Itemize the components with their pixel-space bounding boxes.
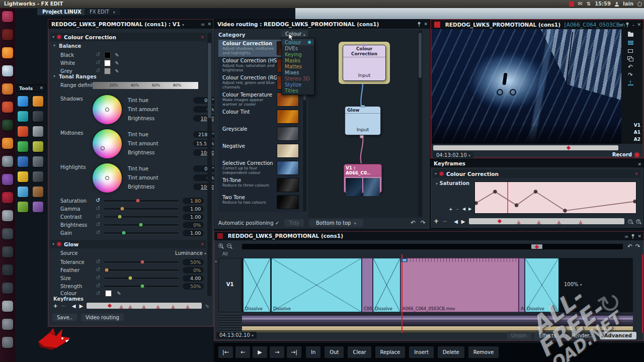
- playhead-diamond[interactable]: [108, 304, 112, 308]
- reset-icon[interactable]: ↺: [96, 267, 100, 273]
- reset-icon[interactable]: ↺: [96, 291, 100, 296]
- curve-keyframe-point[interactable]: [534, 190, 537, 194]
- highlights-colour-wheel[interactable]: [93, 163, 122, 193]
- app-icon-darkred[interactable]: [2, 29, 13, 40]
- link-icon[interactable]: ∞: [201, 20, 205, 29]
- tool-icon-9[interactable]: [18, 156, 28, 167]
- delete-button[interactable]: Delete: [437, 346, 465, 358]
- unjoin-button[interactable]: Unjoin: [507, 332, 532, 339]
- zoom-out-icon[interactable]: −: [628, 219, 632, 224]
- glow-slider-feather[interactable]: [104, 269, 179, 271]
- layers-icon[interactable]: [627, 55, 633, 62]
- reset-icon[interactable]: ↺: [96, 284, 100, 289]
- app-icon-dark[interactable]: [2, 264, 13, 276]
- clip-c001[interactable]: C001: [362, 258, 373, 312]
- video-routing-button[interactable]: Video routing: [81, 314, 124, 321]
- shadows-colour-wheel[interactable]: [93, 95, 122, 124]
- transport-step-back-button[interactable]: ←: [235, 346, 251, 358]
- viewer-scrub-bar[interactable]: [433, 145, 618, 150]
- tidy-button[interactable]: Tidy: [284, 219, 304, 227]
- cc-slider-gamma[interactable]: [104, 208, 179, 210]
- trash-icon[interactable]: [2, 337, 13, 348]
- effect-item[interactable]: Greyscale: [218, 125, 301, 142]
- node-graph[interactable]: Colour Correction Input Glow Input V1 : …: [308, 30, 423, 218]
- node-source-clip[interactable]: V1 : A066_C0..: [344, 164, 382, 193]
- curve-keyframe-point[interactable]: [515, 204, 518, 207]
- curve-keyframe-point[interactable]: [493, 190, 497, 194]
- link-icon[interactable]: ∞: [618, 20, 623, 29]
- balance-section-header[interactable]: ▾Balance: [53, 43, 81, 49]
- scope-icon[interactable]: [2, 120, 13, 131]
- power-icon[interactable]: [637, 2, 642, 7]
- tool-icon-15[interactable]: [18, 202, 28, 212]
- glow-slider-size[interactable]: [104, 278, 179, 279]
- wheel-marker[interactable]: [101, 146, 105, 150]
- firefox-icon[interactable]: [2, 47, 13, 58]
- reset-icon[interactable]: ↺: [96, 52, 100, 57]
- slider-handle[interactable]: [105, 268, 108, 272]
- record-control[interactable]: Record: [612, 152, 639, 157]
- close-icon[interactable]: ✕: [637, 20, 641, 29]
- audio-strip[interactable]: [242, 316, 633, 317]
- close-icon[interactable]: ✕: [424, 20, 428, 29]
- next-keyframe-button[interactable]: ▶: [468, 207, 471, 212]
- audio-strip[interactable]: [242, 320, 633, 322]
- kf-scrub-bar[interactable]: [469, 218, 624, 224]
- kf-effect-header[interactable]: ▾ Colour Correction ✕: [433, 169, 640, 178]
- track-label-a1[interactable]: A1: [634, 130, 640, 135]
- folder-icon[interactable]: [627, 31, 633, 38]
- redo-icon[interactable]: ↷: [635, 243, 640, 250]
- add-keyframe-button[interactable]: +: [434, 218, 439, 225]
- cc-value[interactable]: 1.00: [183, 214, 204, 220]
- record-button-icon[interactable]: [2, 192, 13, 203]
- cc-slider-brightness[interactable]: [104, 224, 179, 226]
- eyedropper-icon[interactable]: ✎: [117, 291, 121, 296]
- reset-icon[interactable]: ↺: [96, 259, 100, 264]
- render-button[interactable]: Render..: [567, 332, 597, 339]
- app-icon-orange-box[interactable]: [2, 83, 13, 95]
- remove-effect-icon[interactable]: ✕: [200, 242, 204, 247]
- app-icon-red[interactable]: [2, 102, 13, 113]
- cabinet-icon[interactable]: [2, 319, 13, 330]
- chevron-down-icon[interactable]: ▾: [435, 171, 437, 176]
- tool-icon-16[interactable]: [33, 202, 43, 212]
- remove-keyframe-button[interactable]: −: [442, 218, 447, 225]
- eyedropper-icon[interactable]: ✎: [115, 68, 119, 74]
- cc-value[interactable]: 1.00: [183, 206, 204, 212]
- tool-icon-11[interactable]: [18, 171, 28, 182]
- category-menu-item-stereo-3d[interactable]: Stereo 3D: [282, 75, 314, 81]
- video-frame[interactable]: [432, 29, 622, 144]
- cc-keyframes-bar[interactable]: [87, 303, 201, 309]
- playhead-diamond[interactable]: [498, 219, 502, 223]
- clear-button[interactable]: Clear: [347, 346, 371, 358]
- pin-icon[interactable]: [625, 22, 629, 27]
- chevron-down-icon[interactable]: ▾: [52, 35, 54, 39]
- reset-icon[interactable]: ↺: [96, 214, 100, 219]
- tool-icon-8[interactable]: [33, 141, 43, 152]
- tool-icon-10[interactable]: [33, 156, 43, 167]
- next-keyframe-button[interactable]: ▶: [79, 303, 83, 309]
- playhead-diamond[interactable]: [566, 146, 570, 150]
- cc-value[interactable]: 1.00: [183, 230, 204, 236]
- reset-icon[interactable]: ↺: [96, 276, 100, 281]
- curve-keyframe-point[interactable]: [563, 209, 567, 213]
- clock[interactable]: 15:59: [595, 0, 611, 8]
- clip-dissolve[interactable]: Dissolve: [243, 258, 271, 312]
- redo-icon[interactable]: ↷: [627, 71, 633, 78]
- input-port[interactable]: [361, 105, 365, 108]
- glow-source-select[interactable]: Luminance ▾: [163, 250, 206, 256]
- glow-value[interactable]: 50%: [183, 259, 204, 265]
- prev-keyframe-button[interactable]: ◀: [72, 303, 76, 309]
- prev-keyframe-button[interactable]: ◀: [454, 219, 458, 224]
- cc-effect-header[interactable]: ▾ Colour Correction ✕: [50, 33, 206, 41]
- app-icon-purple[interactable]: [2, 174, 13, 185]
- effect-item[interactable]: Colour Tint: [218, 108, 301, 125]
- redo-icon[interactable]: ↷: [421, 219, 426, 226]
- track-label-v1[interactable]: V1: [634, 123, 640, 128]
- user-name[interactable]: Iain: [623, 0, 633, 8]
- effect-item[interactable]: Selective CorrectionCorrect up to four i…: [218, 159, 301, 176]
- audio-strip[interactable]: [242, 314, 633, 315]
- close-icon[interactable]: ✕: [637, 232, 641, 241]
- tool-icon-6[interactable]: [33, 126, 43, 137]
- close-icon[interactable]: ✕: [637, 161, 641, 168]
